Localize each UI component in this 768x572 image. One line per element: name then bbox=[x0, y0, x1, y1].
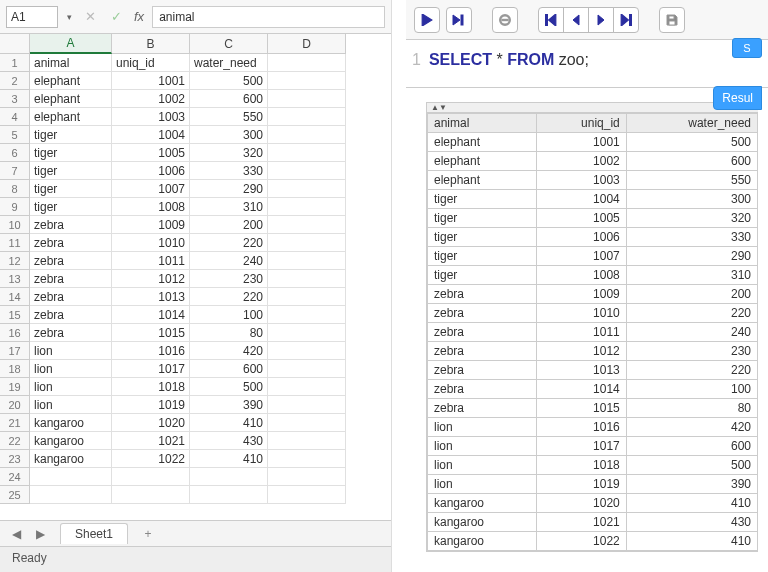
cell[interactable]: 1009 bbox=[112, 216, 190, 234]
cell[interactable]: 500 bbox=[190, 378, 268, 396]
cell[interactable]: zebra bbox=[30, 252, 112, 270]
cell[interactable] bbox=[268, 378, 346, 396]
cell-reference-input[interactable]: A1 bbox=[6, 6, 58, 28]
cell[interactable]: 1003 bbox=[112, 108, 190, 126]
cell[interactable] bbox=[268, 324, 346, 342]
cell[interactable] bbox=[268, 90, 346, 108]
row-header[interactable]: 11 bbox=[0, 234, 30, 252]
cell[interactable]: kangaroo bbox=[30, 432, 112, 450]
next-icon[interactable] bbox=[588, 7, 614, 33]
result-row[interactable]: elephant1003550 bbox=[428, 171, 758, 190]
cell[interactable]: 1010 bbox=[112, 234, 190, 252]
cell[interactable] bbox=[268, 414, 346, 432]
run-cursor-icon[interactable] bbox=[446, 7, 472, 33]
cell[interactable]: 1001 bbox=[112, 72, 190, 90]
cell[interactable] bbox=[190, 468, 268, 486]
column-header-B[interactable]: B bbox=[112, 34, 190, 54]
cell[interactable]: 230 bbox=[190, 270, 268, 288]
row-header[interactable]: 16 bbox=[0, 324, 30, 342]
cell[interactable] bbox=[268, 108, 346, 126]
last-icon[interactable] bbox=[613, 7, 639, 33]
cell[interactable]: 1004 bbox=[112, 126, 190, 144]
row-header[interactable]: 13 bbox=[0, 270, 30, 288]
row-header[interactable]: 22 bbox=[0, 432, 30, 450]
cell[interactable]: 600 bbox=[190, 90, 268, 108]
cell[interactable]: 1012 bbox=[112, 270, 190, 288]
result-row[interactable]: lion1018500 bbox=[428, 456, 758, 475]
cell[interactable]: 1021 bbox=[112, 432, 190, 450]
cell[interactable]: 100 bbox=[190, 306, 268, 324]
row-header[interactable]: 24 bbox=[0, 468, 30, 486]
result-row[interactable]: tiger1005320 bbox=[428, 209, 758, 228]
prev-sheet-icon[interactable]: ◀ bbox=[6, 524, 26, 544]
cell[interactable]: elephant bbox=[30, 108, 112, 126]
column-header-C[interactable]: C bbox=[190, 34, 268, 54]
row-header[interactable]: 20 bbox=[0, 396, 30, 414]
cell[interactable]: 1016 bbox=[112, 342, 190, 360]
result-col-header[interactable]: water_need bbox=[626, 114, 757, 133]
cell[interactable]: 200 bbox=[190, 216, 268, 234]
row-header[interactable]: 5 bbox=[0, 126, 30, 144]
cell[interactable] bbox=[268, 396, 346, 414]
result-tab[interactable]: Resul bbox=[713, 86, 762, 110]
cell[interactable]: 410 bbox=[190, 450, 268, 468]
cell[interactable]: 1008 bbox=[112, 198, 190, 216]
row-header[interactable]: 15 bbox=[0, 306, 30, 324]
prev-icon[interactable] bbox=[563, 7, 589, 33]
cell[interactable]: 1013 bbox=[112, 288, 190, 306]
cell[interactable] bbox=[268, 162, 346, 180]
result-row[interactable]: kangaroo1020410 bbox=[428, 494, 758, 513]
cell[interactable] bbox=[268, 72, 346, 90]
cell[interactable]: 80 bbox=[190, 324, 268, 342]
save-icon[interactable] bbox=[659, 7, 685, 33]
cell[interactable] bbox=[268, 144, 346, 162]
cell[interactable] bbox=[268, 198, 346, 216]
result-row[interactable]: zebra1009200 bbox=[428, 285, 758, 304]
run-icon[interactable] bbox=[414, 7, 440, 33]
sql-editor[interactable]: S 1SELECT * FROM zoo; bbox=[406, 40, 768, 88]
corner-cell[interactable] bbox=[0, 34, 30, 54]
cell[interactable]: 1011 bbox=[112, 252, 190, 270]
cell[interactable]: 220 bbox=[190, 234, 268, 252]
cell[interactable] bbox=[268, 126, 346, 144]
cell[interactable]: tiger bbox=[30, 162, 112, 180]
cell[interactable] bbox=[268, 54, 346, 72]
row-header[interactable]: 1 bbox=[0, 54, 30, 72]
confirm-icon[interactable]: ✓ bbox=[106, 7, 126, 27]
cell[interactable]: 500 bbox=[190, 72, 268, 90]
cell[interactable]: 430 bbox=[190, 432, 268, 450]
row-header[interactable]: 18 bbox=[0, 360, 30, 378]
result-col-header[interactable]: animal bbox=[428, 114, 537, 133]
cell[interactable]: tiger bbox=[30, 198, 112, 216]
row-header[interactable]: 2 bbox=[0, 72, 30, 90]
result-row[interactable]: kangaroo1022410 bbox=[428, 532, 758, 551]
row-header[interactable]: 23 bbox=[0, 450, 30, 468]
cell[interactable]: tiger bbox=[30, 144, 112, 162]
cell[interactable]: 300 bbox=[190, 126, 268, 144]
cancel-icon[interactable]: ✕ bbox=[80, 7, 100, 27]
result-row[interactable]: tiger1008310 bbox=[428, 266, 758, 285]
row-header[interactable]: 21 bbox=[0, 414, 30, 432]
result-row[interactable]: zebra1010220 bbox=[428, 304, 758, 323]
row-header[interactable]: 9 bbox=[0, 198, 30, 216]
row-header[interactable]: 7 bbox=[0, 162, 30, 180]
cell[interactable]: zebra bbox=[30, 216, 112, 234]
cell[interactable]: 310 bbox=[190, 198, 268, 216]
cell[interactable]: 290 bbox=[190, 180, 268, 198]
result-row[interactable]: zebra1014100 bbox=[428, 380, 758, 399]
cell[interactable] bbox=[268, 360, 346, 378]
cell[interactable]: 1015 bbox=[112, 324, 190, 342]
cell[interactable] bbox=[268, 252, 346, 270]
cell[interactable]: 600 bbox=[190, 360, 268, 378]
cell[interactable]: 1005 bbox=[112, 144, 190, 162]
row-header[interactable]: 19 bbox=[0, 378, 30, 396]
row-header[interactable]: 8 bbox=[0, 180, 30, 198]
cell[interactable]: elephant bbox=[30, 90, 112, 108]
cell[interactable]: kangaroo bbox=[30, 414, 112, 432]
cell[interactable] bbox=[190, 486, 268, 504]
cell[interactable] bbox=[268, 432, 346, 450]
result-row[interactable]: tiger1004300 bbox=[428, 190, 758, 209]
result-row[interactable]: elephant1002600 bbox=[428, 152, 758, 171]
cell[interactable]: zebra bbox=[30, 270, 112, 288]
cell[interactable]: 220 bbox=[190, 288, 268, 306]
